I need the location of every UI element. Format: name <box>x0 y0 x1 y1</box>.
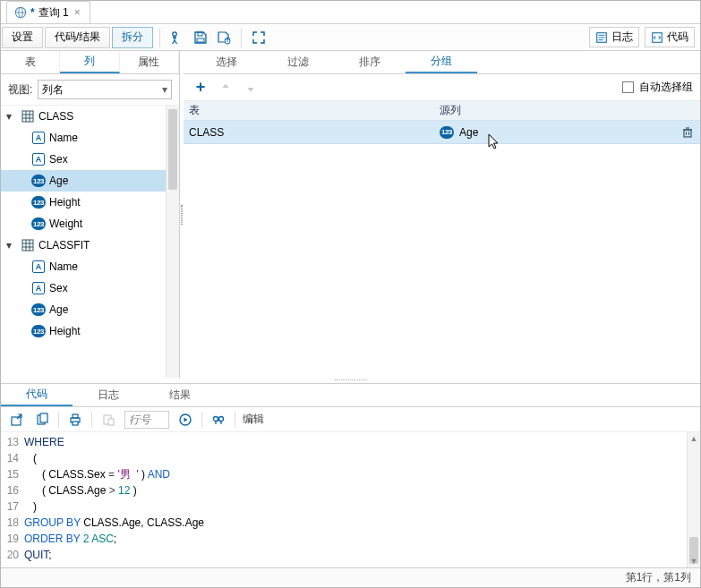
run-code-icon[interactable] <box>176 411 194 429</box>
main-split: 表 列 属性 视图: 列名 ▾ ▾CLASSANameASex123Age123… <box>1 51 700 378</box>
run-icon[interactable] <box>166 26 189 49</box>
log-toggle-button[interactable]: 日志 <box>589 27 639 47</box>
goto-line-input[interactable] <box>124 411 169 429</box>
tree-group[interactable]: ▾CLASSFIT <box>1 234 179 256</box>
group-table-header: 表 源列 <box>184 101 700 121</box>
code-results-button[interactable]: 代码/结果 <box>45 27 110 48</box>
tree-column[interactable]: 123Weight <box>1 213 179 234</box>
tree-column[interactable]: AName <box>1 256 179 277</box>
delete-row-icon[interactable] <box>675 126 700 139</box>
header-source-col: 源列 <box>434 101 675 120</box>
tree-group[interactable]: ▾CLASS <box>1 106 179 127</box>
log-toggle-label: 日志 <box>611 30 633 45</box>
editor-line: 17 ) <box>1 499 700 515</box>
char-type-icon: A <box>32 282 45 294</box>
tree-column[interactable]: 123Age <box>1 170 179 192</box>
editor-line: 13WHERE <box>1 434 700 450</box>
tab-property[interactable]: 属性 <box>120 51 179 73</box>
svg-rect-28 <box>12 417 21 425</box>
save-as-icon[interactable]: + <box>212 26 235 49</box>
svg-rect-33 <box>73 422 78 425</box>
edit-button[interactable]: 编辑 <box>243 412 264 427</box>
find-icon[interactable] <box>209 411 227 429</box>
scroll-down-icon[interactable]: ▼ <box>688 555 700 567</box>
tree-column[interactable]: ASex <box>1 277 179 299</box>
tab-log[interactable]: 日志 <box>73 384 144 406</box>
document-tab-query1[interactable]: * 查询 1 × <box>6 1 90 23</box>
group-row-table: CLASS <box>184 126 434 139</box>
scroll-up-icon[interactable]: ▲ <box>688 432 700 445</box>
left-panel: 表 列 属性 视图: 列名 ▾ ▾CLASSANameASex123Age123… <box>1 51 180 378</box>
tree-column[interactable]: 123Height <box>1 320 179 342</box>
log-icon <box>595 31 608 44</box>
code-toolbar: 编辑 <box>1 407 700 432</box>
document-tabs: * 查询 1 × <box>1 1 700 24</box>
tab-table[interactable]: 表 <box>1 51 60 73</box>
settings-button[interactable]: 设置 <box>2 27 43 48</box>
toolbar-divider <box>241 28 242 47</box>
expand-arrow-icon: ▾ <box>6 239 17 251</box>
tab-filter[interactable]: 过滤 <box>262 51 334 73</box>
status-bar: 第1行，第1列 <box>1 567 700 587</box>
expand-arrow-icon: ▾ <box>6 110 17 123</box>
tab-column[interactable]: 列 <box>60 51 119 73</box>
char-type-icon: A <box>32 132 45 144</box>
view-combo[interactable]: 列名 ▾ <box>38 80 172 99</box>
tree-column-label: Age <box>49 303 68 316</box>
close-icon[interactable]: × <box>73 6 82 19</box>
tree-column[interactable]: ASex <box>1 149 179 170</box>
dirty-marker: * <box>30 6 35 19</box>
line-number: 18 <box>1 515 24 531</box>
tab-sort[interactable]: 排序 <box>334 51 406 73</box>
bottom-tabs: 代码 日志 结果 <box>1 384 700 407</box>
table-icon <box>21 109 35 124</box>
scrollbar-thumb[interactable] <box>168 109 177 190</box>
left-tabs: 表 列 属性 <box>1 51 179 74</box>
toolbar-divider <box>159 28 160 47</box>
split-button[interactable]: 拆分 <box>112 27 153 48</box>
numeric-type-icon: 123 <box>31 303 46 316</box>
tree-column-label: Age <box>49 175 68 187</box>
tree-column[interactable]: AName <box>1 127 179 149</box>
expand-icon[interactable] <box>247 26 270 49</box>
export-icon[interactable] <box>8 411 26 429</box>
svg-rect-30 <box>40 413 47 422</box>
tab-group[interactable]: 分组 <box>406 51 477 73</box>
numeric-type-icon: 123 <box>31 217 46 230</box>
editor-scrollbar[interactable]: ▲ ▼ <box>687 432 700 567</box>
tree-column-label: Name <box>49 132 78 144</box>
code-toggle-button[interactable]: 代码 <box>645 27 695 47</box>
tree-column-label: Sex <box>49 282 68 294</box>
code-toggle-label: 代码 <box>667 30 688 45</box>
tab-results[interactable]: 结果 <box>144 384 216 406</box>
tree-group-label: CLASS <box>38 110 73 123</box>
editor-line: 14 ( <box>1 450 700 466</box>
line-number: 15 <box>1 466 24 482</box>
editor-line: 20QUIT; <box>1 547 700 563</box>
line-number: 20 <box>1 547 24 563</box>
code-editor[interactable]: 13WHERE14 (15 ( CLASS.Sex = '男 ' ) AND16… <box>1 432 700 567</box>
auto-select-group-checkbox[interactable]: 自动选择组 <box>622 80 693 95</box>
group-toolbar: + 自动选择组 <box>184 74 700 101</box>
svg-rect-13 <box>22 111 33 122</box>
move-down-icon <box>241 78 261 98</box>
tree-column[interactable]: 123Age <box>1 299 179 320</box>
checkbox-box <box>622 81 634 93</box>
group-row[interactable]: CLASS123Age <box>184 121 700 144</box>
tree-column[interactable]: 123Height <box>1 192 179 213</box>
group-row-col: 123Age <box>434 126 675 139</box>
tree-column-label: Sex <box>49 153 68 166</box>
group-table: 表 源列 CLASS123Age <box>184 101 700 378</box>
copy-icon[interactable] <box>33 411 51 429</box>
print-icon[interactable] <box>66 411 84 429</box>
tree-group-label: CLASSFIT <box>38 239 90 251</box>
line-number: 19 <box>1 531 24 547</box>
tree-scrollbar[interactable] <box>166 106 179 378</box>
query-panel: 选择 过滤 排序 分组 + 自动选择组 表 源列 CLASS123Age <box>184 51 700 378</box>
save-icon[interactable] <box>189 26 212 49</box>
view-combo-value: 列名 <box>42 82 64 98</box>
cursor-position: 第1行，第1列 <box>626 570 691 585</box>
tab-code[interactable]: 代码 <box>1 384 73 406</box>
add-group-icon[interactable]: + <box>191 78 210 98</box>
tab-select[interactable]: 选择 <box>191 51 262 73</box>
